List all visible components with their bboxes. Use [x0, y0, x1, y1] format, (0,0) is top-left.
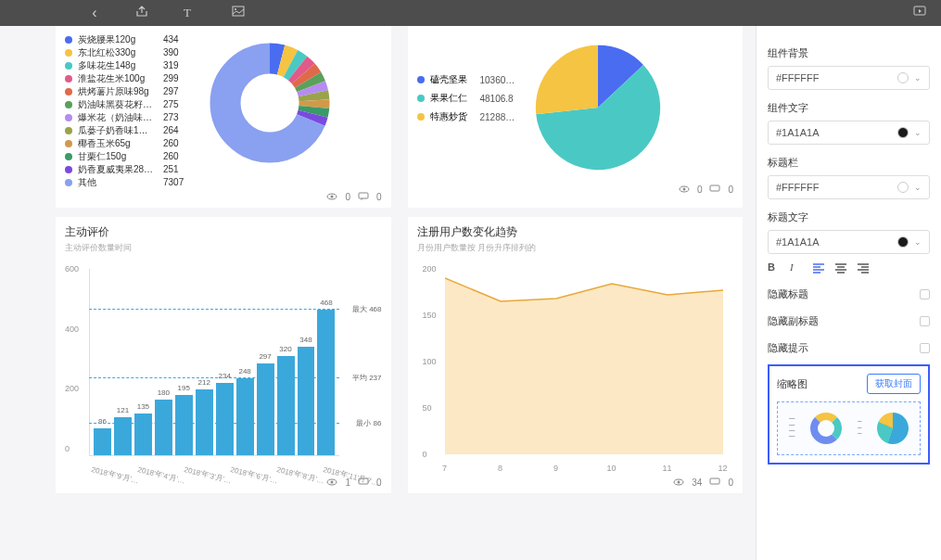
chart-title: 主动评价 [65, 224, 382, 240]
svg-point-1 [235, 8, 236, 10]
pie-chart-card[interactable]: 磕壳坚果10360…果果仁仁48106.8特惠炒货21288… 0 0 [408, 26, 744, 208]
thumbnail-label: 缩略图 [777, 377, 807, 391]
back-button[interactable]: ‹ [85, 5, 104, 21]
comment-icon [709, 184, 720, 195]
get-cover-button[interactable]: 获取封面 [867, 374, 921, 394]
svg-point-22 [331, 481, 334, 484]
bar-chart-card[interactable]: 主动评价 主动评价数量时间 02004006008612113518019521… [56, 217, 391, 493]
align-right-icon[interactable] [857, 261, 870, 274]
svg-rect-17 [359, 193, 368, 198]
text-format-row: B I [768, 261, 930, 274]
title-text-input[interactable]: #1A1A1A ⌄ [768, 230, 930, 254]
line-chart: 050100150200789101112 [417, 261, 734, 475]
svg-point-19 [682, 188, 685, 191]
pie-legend: 磕壳坚果10360…果果仁仁48106.8特惠炒货21288… [417, 70, 515, 126]
svg-rect-20 [710, 185, 719, 191]
svg-point-16 [331, 196, 334, 198]
bar-chart: 0200400600861211351801952122342482973203… [65, 261, 382, 475]
comment-icon [358, 191, 369, 202]
play-icon[interactable] [913, 5, 930, 21]
hide-hint-toggle[interactable]: 隐藏提示 [768, 341, 930, 355]
title-bar-label: 标题栏 [768, 156, 930, 170]
donut-chart [200, 33, 339, 172]
comment-icon [709, 477, 720, 488]
hide-title-toggle[interactable]: 隐藏标题 [768, 287, 930, 301]
canvas-area: 炭烧腰果120g434东北红松330g390多味花生148g319淮盐花生米10… [0, 26, 756, 560]
eye-icon [679, 184, 690, 195]
chevron-down-icon: ⌄ [914, 73, 922, 83]
top-toolbar: ‹ T [0, 0, 941, 26]
right-properties-panel: 组件背景 #FFFFFF ⌄ 组件文字 #1A1A1A ⌄ 标题栏 #FFFFF… [756, 26, 941, 560]
export-icon[interactable] [135, 5, 152, 21]
card-stats: 0 0 [65, 189, 382, 204]
italic-icon[interactable]: I [790, 261, 803, 274]
align-left-icon[interactable] [812, 261, 825, 274]
comp-bg-label: 组件背景 [768, 46, 930, 60]
donut-legend: 炭烧腰果120g434东北红松330g390多味花生148g319淮盐花生米10… [65, 33, 195, 189]
comp-text-input[interactable]: #1A1A1A ⌄ [768, 121, 930, 145]
card-stats: 0 0 [417, 182, 734, 197]
eye-icon [673, 477, 684, 488]
card-stats: 34 0 [417, 475, 734, 490]
chart-title: 注册用户数变化趋势 [417, 224, 734, 240]
eye-icon [326, 191, 337, 202]
eye-icon [326, 477, 337, 488]
donut-chart-card[interactable]: 炭烧腰果120g434东北红松330g390多味花生148g319淮盐花生米10… [56, 26, 391, 208]
title-bar-input[interactable]: #FFFFFF ⌄ [768, 175, 930, 199]
chevron-down-icon: ⌄ [914, 183, 922, 192]
image-icon[interactable] [232, 5, 248, 21]
svg-point-25 [678, 481, 680, 484]
hide-subtitle-toggle[interactable]: 隐藏副标题 [768, 314, 930, 328]
line-chart-card[interactable]: 注册用户数变化趋势 月份用户数量按 月份升序排列的 05010015020078… [408, 217, 744, 493]
chevron-down-icon: ⌄ [914, 128, 922, 137]
chart-subtitle: 月份用户数量按 月份升序排列的 [417, 242, 734, 254]
comp-bg-input[interactable]: #FFFFFF ⌄ [768, 66, 930, 90]
pie-chart [524, 33, 672, 182]
chevron-down-icon: ⌄ [914, 237, 922, 247]
align-center-icon[interactable] [834, 261, 847, 274]
title-text-label: 标题文字 [768, 210, 930, 224]
chart-subtitle: 主动评价数量时间 [65, 242, 382, 254]
thumbnail-preview[interactable]: ━━━━━━━━━━━━ ━━━━━━ [777, 401, 921, 455]
thumbnail-section: 缩略图 获取封面 ━━━━━━━━━━━━ ━━━━━━ [768, 364, 930, 465]
text-icon[interactable]: T [184, 6, 200, 20]
bold-icon[interactable]: B [768, 261, 781, 274]
comp-text-label: 组件文字 [768, 101, 930, 115]
svg-rect-26 [710, 478, 719, 484]
